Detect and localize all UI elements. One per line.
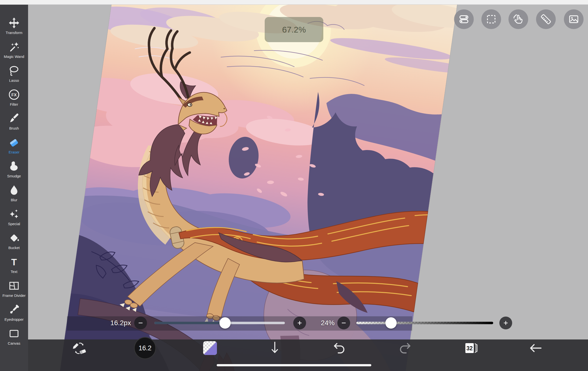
svg-text:FX: FX [11, 93, 16, 97]
layers-icon: 32 [460, 340, 479, 356]
canvas-document[interactable] [53, 4, 457, 371]
tool-label: Blur [11, 198, 17, 202]
brush-size-slider-thumb[interactable] [219, 317, 231, 329]
pull-down-button[interactable] [271, 341, 279, 355]
hand-gesture-button[interactable] [508, 9, 528, 29]
image-icon [568, 14, 579, 25]
artwork-image [53, 4, 457, 371]
sidebar-item-special[interactable]: Special [0, 205, 28, 229]
tool-label: Brush [9, 126, 19, 130]
tool-label: Eyedropper [4, 317, 24, 321]
tool-toggle-button[interactable] [454, 9, 474, 29]
opacity-increase-button[interactable] [499, 317, 512, 329]
magic-wand-icon [8, 41, 20, 53]
svg-text:T: T [11, 257, 17, 267]
swap-tool-button[interactable] [72, 340, 88, 356]
image-picker-button[interactable] [564, 9, 584, 29]
tool-label: Special [8, 222, 20, 226]
text-icon: T [8, 256, 20, 268]
layer-count: 32 [466, 345, 473, 352]
sidebar-item-smudge[interactable]: Smudge [0, 157, 28, 181]
arrow-down-icon [271, 341, 279, 355]
redo-button[interactable] [399, 342, 411, 354]
sidebar-item-canvas[interactable]: Canvas [0, 324, 28, 348]
sidebar-item-frame-divider[interactable]: Frame Divider [0, 277, 28, 301]
sidebar-item-bucket[interactable]: Bucket [0, 229, 28, 253]
canvas-area[interactable] [28, 4, 588, 371]
brush-size-preview-value: 16.2 [139, 344, 152, 352]
marquee-select-icon [486, 14, 497, 25]
color-swatch[interactable] [203, 341, 217, 355]
opacity-decrease-button[interactable] [337, 317, 350, 329]
tool-label: Filter [10, 102, 18, 106]
eyedropper-icon [8, 304, 20, 316]
back-button[interactable] [529, 342, 542, 354]
layers-button[interactable]: 32 [460, 340, 479, 356]
minus-icon [137, 319, 144, 327]
plus-icon [502, 319, 509, 327]
sidebar-item-transform[interactable]: Transform [0, 14, 28, 38]
status-strip [0, 0, 588, 5]
frame-divider-icon [8, 280, 20, 292]
undo-icon [333, 342, 346, 354]
home-indicator[interactable] [217, 364, 371, 366]
sidebar-item-magic-wand[interactable]: Magic Wand [0, 38, 28, 62]
tool-sidebar: Transform Magic Wand Lasso FX Filter Bru… [0, 4, 28, 371]
tool-label: Text [11, 270, 17, 274]
sidebar-item-text[interactable]: T Text [0, 253, 28, 277]
tool-label: Eraser [9, 150, 19, 154]
transform-icon [8, 17, 20, 29]
ruler-icon [540, 14, 552, 25]
opacity-slider-thumb[interactable] [385, 317, 397, 329]
tool-toggle-icon [458, 14, 470, 25]
undo-button[interactable] [333, 342, 346, 354]
hand-gesture-icon [513, 14, 524, 25]
special-sparkles-icon [8, 208, 20, 220]
sidebar-item-lasso[interactable]: Lasso [0, 62, 28, 85]
opacity-slider[interactable] [356, 322, 493, 324]
tool-label: Magic Wand [4, 54, 24, 59]
sidebar-item-filter[interactable]: FX Filter [0, 85, 28, 109]
blur-drop-icon [8, 184, 20, 196]
brush-size-value: 16.2px [110, 319, 131, 327]
lasso-icon [8, 65, 20, 77]
brush-size-slider-fill [154, 322, 225, 324]
brush-size-increase-button[interactable] [293, 317, 306, 329]
eraser-icon [8, 136, 20, 149]
tool-label: Transform [6, 31, 22, 35]
smudge-icon [8, 160, 20, 172]
marquee-select-button[interactable] [481, 9, 501, 29]
redo-icon [399, 342, 411, 354]
sidebar-item-eraser[interactable]: Eraser [0, 133, 28, 157]
bucket-icon [8, 232, 20, 244]
brush-size-preview[interactable]: 16.2 [134, 337, 156, 359]
sidebar-item-blur[interactable]: Blur [0, 181, 28, 205]
zoom-indicator: 67.2% [265, 17, 323, 42]
sidebar-item-eyedropper[interactable]: Eyedropper [0, 301, 28, 324]
minus-icon [340, 319, 347, 327]
tool-label: Canvas [8, 341, 20, 345]
zoom-value: 67.2% [282, 25, 306, 34]
tool-label: Lasso [9, 78, 19, 83]
sidebar-item-brush[interactable]: Brush [0, 109, 28, 133]
opacity-value: 24% [321, 319, 335, 327]
plus-icon [296, 319, 303, 327]
ruler-button[interactable] [536, 9, 556, 29]
tool-label: Smudge [7, 174, 21, 178]
pen-eraser-swap-icon [72, 340, 88, 356]
filter-fx-icon: FX [8, 88, 20, 101]
bottom-toolbar: 16.2 32 [28, 339, 588, 371]
arrow-left-icon [529, 342, 542, 354]
brush-size-decrease-button[interactable] [134, 317, 147, 329]
canvas-icon [8, 327, 20, 340]
tool-label: Frame Divider [2, 293, 26, 298]
tool-label: Bucket [8, 246, 20, 250]
brush-icon [8, 112, 20, 125]
